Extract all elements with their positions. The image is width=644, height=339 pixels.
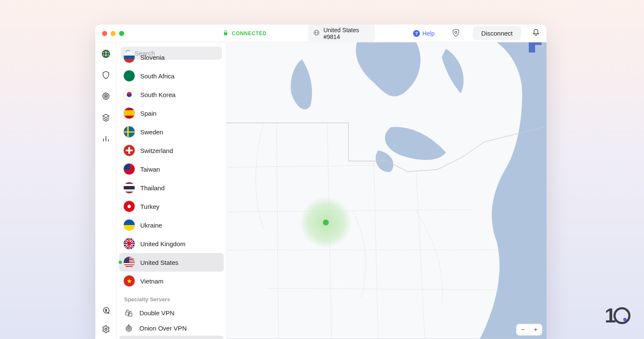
flag-icon — [123, 126, 135, 138]
country-label: Slovenia — [140, 54, 165, 61]
watermark-logo: 1 — [605, 304, 630, 327]
flag-icon — [123, 219, 135, 231]
country-item-spain[interactable]: Spain — [119, 104, 224, 122]
nav-rail: ? — [95, 42, 117, 339]
svg-point-2 — [455, 31, 457, 33]
svg-point-14 — [127, 327, 130, 331]
country-label: Taiwan — [140, 166, 160, 173]
window-body: ? SloveniaSouth AfricaSouth KoreaSpainSw… — [95, 42, 547, 339]
country-label: Vietnam — [140, 278, 164, 285]
connected-dot-icon — [119, 261, 122, 264]
globe-icon — [313, 29, 320, 37]
country-item-thailand[interactable]: Thailand — [119, 178, 224, 197]
threat-protection-icon[interactable] — [452, 28, 460, 39]
watermark-o-icon — [613, 307, 630, 324]
specialty-item-double-vpn[interactable]: Double VPN — [119, 305, 224, 320]
flag-icon — [123, 89, 135, 100]
flag-icon — [123, 144, 135, 156]
window-maximize-button[interactable] — [119, 31, 124, 36]
flag-icon — [123, 182, 135, 194]
country-label: South Africa — [140, 72, 175, 80]
country-item-switzerland[interactable]: Switzerland — [119, 141, 224, 160]
disconnect-button[interactable]: Disconnect — [473, 26, 521, 40]
country-item-south-korea[interactable]: South Korea — [119, 85, 224, 104]
app-window: CONNECTED United States #9814 ? Help Dis… — [95, 25, 547, 339]
flag-icon — [123, 275, 135, 287]
flag-icon — [123, 163, 135, 175]
nav-support-icon[interactable]: ? — [100, 305, 111, 316]
nav-settings-icon[interactable] — [100, 324, 111, 335]
country-item-turkey[interactable]: Turkey — [119, 197, 224, 216]
onion-icon — [123, 324, 134, 332]
help-icon: ? — [413, 30, 420, 37]
flag-icon — [123, 256, 135, 268]
connection-status: CONNECTED — [223, 30, 266, 37]
svg-point-9 — [105, 328, 107, 331]
country-label: Sweden — [140, 128, 163, 136]
flag-icon — [123, 200, 135, 212]
current-server-pill[interactable]: United States #9814 — [308, 25, 375, 43]
country-label: United States — [140, 259, 178, 266]
window-close-button[interactable] — [102, 31, 107, 36]
double-lock-icon — [123, 308, 134, 317]
connection-status-text: CONNECTED — [232, 31, 266, 36]
titlebar: CONNECTED United States #9814 ? Help Dis… — [95, 25, 547, 42]
window-controls — [102, 31, 124, 36]
map-canvas[interactable]: − + — [227, 42, 547, 339]
current-server-text: United States #9814 — [323, 27, 366, 40]
svg-point-15 — [128, 328, 129, 329]
country-list[interactable]: SloveniaSouth AfricaSouth KoreaSpainSwed… — [117, 48, 226, 339]
country-label: Ukraine — [140, 222, 162, 229]
specialty-label: Double VPN — [139, 309, 175, 317]
specialty-item-p2p[interactable]: P2P — [119, 336, 224, 339]
zoom-out-button[interactable]: − — [516, 324, 529, 335]
country-sidebar: SloveniaSouth AfricaSouth KoreaSpainSwed… — [117, 42, 227, 339]
nav-stats-icon[interactable] — [100, 133, 111, 144]
country-label: Thailand — [140, 184, 165, 192]
flag-icon — [123, 70, 135, 82]
flag-icon — [123, 107, 135, 119]
country-item-united-kingdom[interactable]: United Kingdom — [119, 234, 224, 253]
flag-icon — [123, 238, 135, 250]
svg-point-7 — [105, 96, 106, 97]
specialty-label: Onion Over VPN — [139, 325, 187, 332]
country-item-vietnam[interactable]: Vietnam — [119, 272, 224, 290]
country-label: Turkey — [140, 203, 159, 210]
country-label: South Korea — [140, 91, 175, 98]
notifications-icon[interactable] — [532, 29, 540, 38]
country-item-slovenia[interactable]: Slovenia — [119, 48, 224, 67]
lock-icon — [223, 30, 228, 37]
country-label: United Kingdom — [140, 240, 186, 247]
nav-globe-icon[interactable] — [100, 48, 111, 59]
nav-target-icon[interactable] — [100, 91, 111, 102]
nav-shield-icon[interactable] — [100, 69, 111, 81]
country-item-united-states[interactable]: United States — [119, 253, 224, 272]
window-minimize-button[interactable] — [111, 31, 116, 36]
help-link[interactable]: ? Help — [413, 30, 435, 37]
country-item-ukraine[interactable]: Ukraine — [119, 216, 224, 234]
svg-text:?: ? — [105, 308, 107, 313]
zoom-in-button[interactable]: + — [529, 324, 542, 335]
zoom-controls: − + — [516, 324, 542, 336]
specialty-header: Specialty Servers — [119, 290, 224, 305]
country-item-south-africa[interactable]: South Africa — [119, 67, 224, 85]
country-item-taiwan[interactable]: Taiwan — [119, 160, 224, 178]
country-item-sweden[interactable]: Sweden — [119, 122, 224, 141]
specialty-item-onion-over-vpn[interactable]: Onion Over VPN — [119, 320, 224, 336]
country-label: Spain — [140, 110, 156, 117]
country-label: Switzerland — [140, 147, 173, 154]
nav-layers-icon[interactable] — [100, 112, 111, 123]
help-label: Help — [422, 30, 435, 37]
flag-icon — [123, 51, 135, 63]
